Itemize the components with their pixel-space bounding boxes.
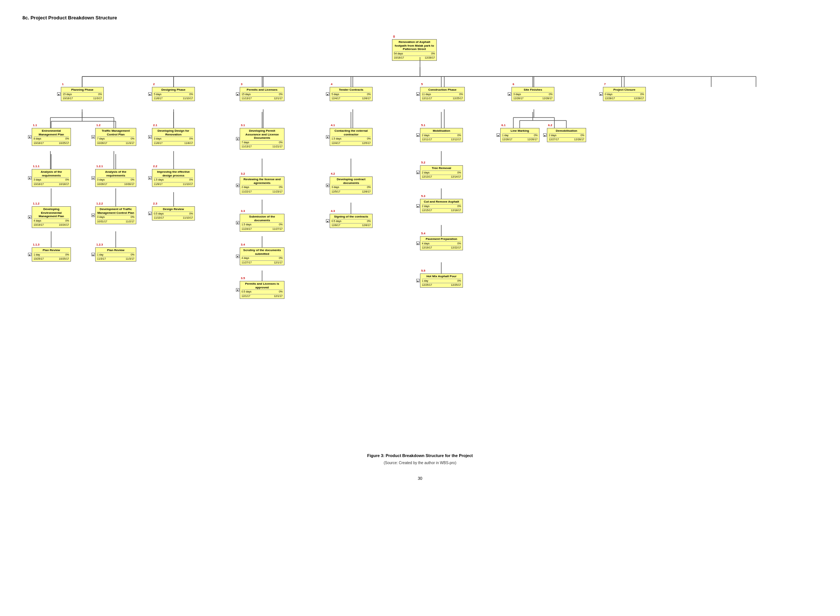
node-1-2-2: 1.2.2 ▶ Development of Traffic Managemen… [95,206,136,224]
wbs-diagram: 0 Renovation of Asphalt footpath from Ma… [28,32,812,442]
node-1-1-3: 1.1.3 ▶ Plan Review 1 day0% 10/25/1710/2… [32,247,71,262]
page-number: 30 [22,476,818,481]
node-1-1-1: 1.1.1 ▶ Analysis of the requirements 3 d… [32,169,71,187]
figure-caption: Figure 3: Product Breakdown Structure fo… [22,453,818,458]
node-3-2: 3.2 ▶ Reviewing the license and agreemen… [240,176,284,194]
node-5-4: 5.4 ▶ Pavement Preparation 4 days0% 12/1… [420,236,463,250]
node-4: 4 ▶ Tender Contracts 5 days0% 12/4/1712/… [330,87,373,101]
node-7: 7 ▶ Project Closure 0 days0% 12/28/1712/… [603,87,646,101]
node-5-1: 5.1 ▶ Mobilisation 2 days0% 12/11/1712/1… [420,128,463,142]
node-3-4: 3.4 ▶ Scrutiny of the documents submitte… [240,247,284,265]
node-2-1: 2.1 ▶ Developing Design for Renovation 3… [152,128,195,146]
node-3-3: 3.3 ▶ Submission of the documents 1.5 da… [240,214,284,232]
node-1-1: 1.1 ▶ Enironmental Management Plan 8 day… [32,128,71,146]
node-3-5: 3.5 ▶ Permits and Licenses is approved 0… [240,281,284,299]
node-3: 3 ▶ Permits and Licenses 15 days0% 11/13… [240,87,284,101]
source-text: (Source: Created by the author in WBS-pr… [22,461,818,465]
root-node: 0 Renovation of Asphalt footpath from Ma… [392,39,437,61]
node-3-1: 3.1 ▶ Developing Permit Assurance and Li… [240,128,284,150]
node-6-2: 6.2 ▶ Demobilisation 2 days0% 12/27/1712… [547,128,586,142]
node-5-2: 5.2 ▶ Tree Removal 2 days0% 12/13/1712/1… [420,165,463,179]
node-1-1-2: 1.1.2 ▶ Developing Environmental Managem… [32,206,71,228]
node-2: 2 ▶ Designing Phase 5 days0% 11/6/1711/1… [152,87,195,101]
node-1-2-1: 1.2.1 ▶ Analysis of the requirements 3 d… [95,169,136,187]
node-2-2: 2.2 ▶ Improving the effective design pro… [152,169,195,187]
node-4-3: 4.3 ▶ Signing of the contracts 0.5 days0… [330,214,373,228]
node-6: 6 ▶ Site Finishes 3 days0% 12/26/1712/28… [511,87,554,101]
node-2-3: 2.3 ▶ Design Review 0.5 days0% 11/10/171… [152,206,195,221]
node-1: 1 ▶ Planning Phase 15 days0% 10/16/1711/… [61,87,104,101]
node-4-1: 4.1 ▶ Contacting the external contractor… [330,128,373,146]
node-5: 5 ▶ Construction Phase 11 days0% 12/11/1… [420,87,465,101]
node-5-3: 5.3 ▶ Cut and Remove Asphalt 2 days0% 12… [420,199,463,213]
node-1-2-3: 1.2.3 ▶ Plan Review 1 day0% 11/3/1711/3/… [95,247,136,262]
node-4-2: 4.2 ▶ Developing contract documents 3 da… [330,176,373,194]
page-title: 8c. Project Product Breakdown Structure [22,15,818,21]
node-5-5: 5.5 ▶ Hot Mix Asphalt Pour 1 day0% 12/25… [420,273,463,288]
node-1-2: 1.2 ▶ Traffic Management Control Plan 7 … [95,128,136,146]
node-6-1: 6.1 ▶ Line Marking 1 day0% 12/26/1712/26… [500,128,539,142]
